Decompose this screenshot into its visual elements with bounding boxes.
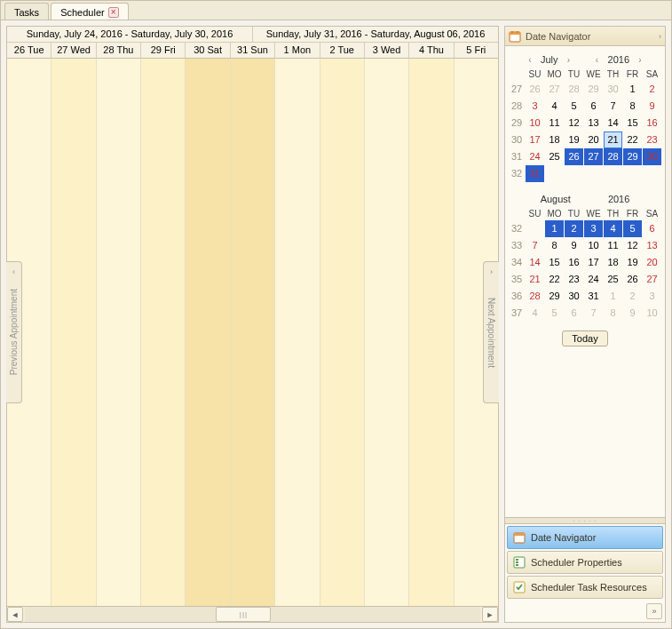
calendar-day[interactable]: 6 xyxy=(643,220,661,237)
calendar-day[interactable]: 31 xyxy=(526,165,544,182)
calendar-day[interactable]: 8 xyxy=(623,98,642,115)
calendar-day[interactable]: 7 xyxy=(584,305,603,322)
calendar-day[interactable]: 15 xyxy=(623,115,642,131)
tab-tasks[interactable]: Tasks xyxy=(4,3,49,20)
calendar-day[interactable]: 30 xyxy=(604,81,622,98)
prev-year-button[interactable]: ‹ xyxy=(592,55,603,65)
calendar-day[interactable]: 27 xyxy=(545,81,564,98)
calendar-day[interactable]: 4 xyxy=(545,98,564,115)
calendar-day[interactable]: 13 xyxy=(584,115,603,131)
calendar-day[interactable]: 19 xyxy=(565,131,583,148)
calendar-day[interactable]: 3 xyxy=(584,220,603,237)
calendar-day[interactable]: 31 xyxy=(584,288,603,305)
calendar-day[interactable]: 4 xyxy=(604,220,622,237)
calendar-day[interactable]: 26 xyxy=(623,271,642,288)
calendar-day[interactable]: 21 xyxy=(526,271,544,288)
calendar-day[interactable]: 2 xyxy=(565,220,583,237)
scheduler-grid[interactable]: ‹ Previous Appointment › Next Appointmen… xyxy=(7,59,498,606)
day-header[interactable]: 27 Wed xyxy=(51,43,96,59)
calendar-day[interactable]: 12 xyxy=(623,237,642,254)
calendar-day[interactable]: 29 xyxy=(584,81,603,98)
calendar-day[interactable]: 26 xyxy=(565,148,583,165)
calendar-day[interactable]: 3 xyxy=(526,98,544,115)
calendar-day[interactable] xyxy=(584,165,603,182)
day-header[interactable]: 2 Tue xyxy=(320,43,365,59)
calendar-day[interactable]: 28 xyxy=(565,81,583,98)
calendar-day[interactable] xyxy=(623,165,642,182)
calendar-day[interactable]: 16 xyxy=(643,115,661,131)
calendar-day[interactable]: 6 xyxy=(584,98,603,115)
calendar-day[interactable] xyxy=(565,165,583,182)
calendar-day[interactable]: 24 xyxy=(526,148,544,165)
calendar-day[interactable]: 17 xyxy=(584,254,603,271)
calendar-day[interactable]: 8 xyxy=(545,237,564,254)
calendar-day[interactable]: 19 xyxy=(623,254,642,271)
day-header[interactable]: 1 Mon xyxy=(275,43,320,59)
tab-scheduler[interactable]: Scheduler × xyxy=(51,3,129,20)
calendar-day[interactable] xyxy=(526,220,544,237)
resize-gripper[interactable]: · · · · · xyxy=(505,517,665,524)
calendar-day[interactable]: 2 xyxy=(643,81,661,98)
next-appointment-button[interactable]: › Next Appointment xyxy=(483,261,499,403)
day-header[interactable]: 29 Fri xyxy=(141,43,186,59)
calendar-day[interactable]: 27 xyxy=(643,271,661,288)
calendar-day[interactable]: 6 xyxy=(565,305,583,322)
calendar-day[interactable]: 5 xyxy=(623,220,642,237)
scroll-thumb[interactable]: ||| xyxy=(216,607,271,622)
calendar-day[interactable]: 3 xyxy=(643,288,661,305)
calendar-day[interactable]: 10 xyxy=(526,115,544,131)
calendar-day[interactable]: 28 xyxy=(604,148,622,165)
calendar-day[interactable]: 16 xyxy=(565,254,583,271)
calendar-day[interactable]: 9 xyxy=(565,237,583,254)
today-button[interactable]: Today xyxy=(562,330,607,346)
next-year-button[interactable]: › xyxy=(635,55,645,65)
calendar-day[interactable]: 28 xyxy=(526,288,544,305)
calendar-day[interactable]: 2 xyxy=(623,288,642,305)
calendar-day[interactable]: 11 xyxy=(604,237,622,254)
calendar-day[interactable]: 18 xyxy=(604,254,622,271)
prev-month-button[interactable]: ‹ xyxy=(525,55,535,65)
close-icon[interactable]: × xyxy=(108,7,119,18)
calendar-day[interactable]: 23 xyxy=(565,271,583,288)
calendar-day[interactable] xyxy=(545,165,564,182)
day-header[interactable]: 31 Sun xyxy=(231,43,275,59)
calendar-day[interactable]: 18 xyxy=(545,131,564,148)
previous-appointment-button[interactable]: ‹ Previous Appointment xyxy=(6,261,22,403)
scroll-right-button[interactable]: ► xyxy=(482,607,498,622)
calendar-day[interactable]: 4 xyxy=(526,305,544,322)
calendar-day[interactable]: 22 xyxy=(545,271,564,288)
calendar-day[interactable]: 17 xyxy=(526,131,544,148)
calendar-day[interactable]: 7 xyxy=(526,237,544,254)
calendar-day[interactable]: 11 xyxy=(545,115,564,131)
expand-button[interactable]: » xyxy=(646,603,662,619)
calendar-day[interactable]: 9 xyxy=(623,305,642,322)
day-header[interactable]: 28 Thu xyxy=(97,43,141,59)
calendar-day[interactable]: 23 xyxy=(643,131,661,148)
calendar-day[interactable]: 20 xyxy=(643,254,661,271)
calendar-day[interactable]: 29 xyxy=(623,148,642,165)
calendar-day[interactable]: 1 xyxy=(545,220,564,237)
calendar-day[interactable]: 10 xyxy=(584,237,603,254)
calendar-day[interactable]: 30 xyxy=(643,148,661,165)
week-header[interactable]: Sunday, July 24, 2016 - Saturday, July 3… xyxy=(7,27,253,43)
calendar-day[interactable]: 10 xyxy=(643,305,661,322)
week-header[interactable]: Sunday, July 31, 2016 - Saturday, August… xyxy=(253,27,498,43)
calendar-day[interactable]: 26 xyxy=(526,81,544,98)
chevron-right-icon[interactable]: › xyxy=(659,32,661,41)
next-month-button[interactable]: › xyxy=(564,55,574,65)
day-header[interactable]: 26 Tue xyxy=(7,43,51,59)
calendar-day[interactable]: 24 xyxy=(584,271,603,288)
day-header[interactable]: 3 Wed xyxy=(365,43,409,59)
calendar-day[interactable]: 15 xyxy=(545,254,564,271)
accordion-item-scheduler-properties[interactable]: Scheduler Properties xyxy=(507,551,663,574)
calendar-day[interactable]: 5 xyxy=(565,98,583,115)
calendar-day[interactable] xyxy=(604,165,622,182)
scroll-left-button[interactable]: ◄ xyxy=(7,607,23,622)
accordion-item-date-navigator[interactable]: Date Navigator xyxy=(507,526,663,549)
calendar-day[interactable]: 22 xyxy=(623,131,642,148)
calendar-day[interactable]: 14 xyxy=(526,254,544,271)
day-header[interactable]: 4 Thu xyxy=(409,43,454,59)
calendar-day[interactable]: 25 xyxy=(604,271,622,288)
calendar-day[interactable]: 7 xyxy=(604,98,622,115)
calendar-day[interactable]: 9 xyxy=(643,98,661,115)
